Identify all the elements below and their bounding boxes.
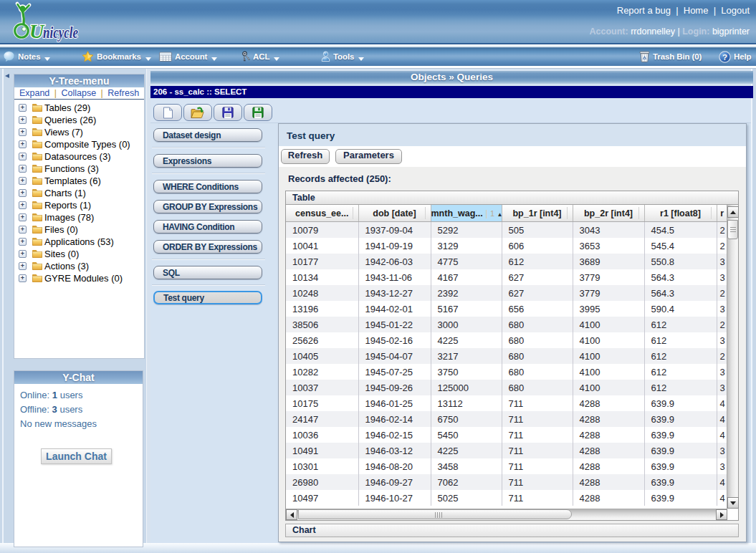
svg-text:nicycle: nicycle bbox=[43, 23, 78, 42]
svg-text:?: ? bbox=[722, 52, 727, 61]
